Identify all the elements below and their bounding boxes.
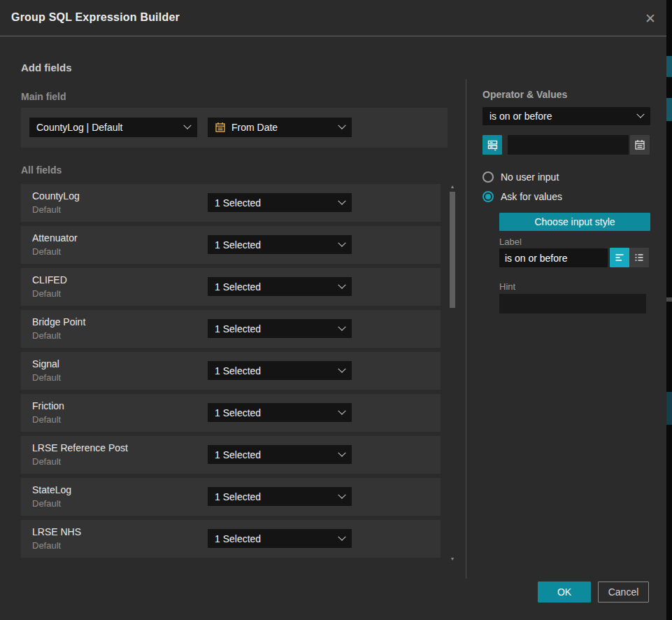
scroll-up-icon[interactable]: ▲ xyxy=(448,184,457,190)
field-row: StateLog Default 1 Selected xyxy=(21,478,441,516)
field-row: Attenuator Default 1 Selected xyxy=(21,226,441,264)
ok-button[interactable]: OK xyxy=(538,582,591,603)
field-row: Friction Default 1 Selected xyxy=(21,394,441,432)
choose-input-style-button[interactable]: Choose input style xyxy=(499,213,650,231)
hint-input[interactable] xyxy=(499,294,646,313)
field-selection-dropdown[interactable]: 1 Selected xyxy=(208,277,352,296)
label-input[interactable] xyxy=(499,248,608,267)
main-field-dataset-value: CountyLog | Default xyxy=(36,122,185,133)
chevron-down-icon xyxy=(338,449,345,456)
field-selection-dropdown[interactable]: 1 Selected xyxy=(208,445,352,464)
chevron-down-icon xyxy=(338,407,345,414)
dialog-title: Group SQL Expression Builder xyxy=(11,11,180,24)
chevron-down-icon xyxy=(338,491,345,498)
edge-segment xyxy=(666,98,672,121)
field-name: StateLog xyxy=(32,484,71,495)
field-selection-value: 1 Selected xyxy=(215,281,339,293)
calendar-icon xyxy=(215,122,226,133)
field-selection-dropdown[interactable]: 1 Selected xyxy=(208,193,352,212)
field-selection-dropdown[interactable]: 1 Selected xyxy=(208,361,352,380)
cancel-button[interactable]: Cancel xyxy=(598,582,649,603)
field-name: LRSE Reference Post xyxy=(32,442,128,453)
field-selection-value: 1 Selected xyxy=(215,449,339,460)
edge-segment xyxy=(666,297,672,302)
list-labels-toggle-button[interactable] xyxy=(629,248,649,267)
field-name: CLIFED xyxy=(32,274,67,286)
field-selection-value: 1 Selected xyxy=(215,239,339,251)
chevron-down-icon xyxy=(338,281,345,288)
field-type: Default xyxy=(32,540,61,551)
field-row: LRSE Reference Post Default 1 Selected xyxy=(21,436,441,474)
operator-dropdown[interactable]: is on or before xyxy=(482,107,650,125)
main-field-label: Main field xyxy=(21,91,66,102)
field-name: Bridge Point xyxy=(32,316,85,327)
field-name: Attenuator xyxy=(32,232,78,244)
align-left-icon xyxy=(614,252,625,263)
field-selection-dropdown[interactable]: 1 Selected xyxy=(208,319,352,338)
add-fields-heading: Add fields xyxy=(21,62,72,73)
field-type: Default xyxy=(32,204,61,215)
chevron-down-icon xyxy=(338,197,345,204)
main-field-field-value: From Date xyxy=(231,122,339,133)
single-label-toggle-button[interactable] xyxy=(610,248,629,267)
value-input[interactable] xyxy=(508,135,629,155)
field-type: Default xyxy=(32,288,61,299)
edge-segment xyxy=(666,392,672,425)
field-selection-value: 1 Selected xyxy=(215,491,339,502)
fields-scrollbar[interactable]: ▲ ▼ xyxy=(448,184,457,562)
label-label: Label xyxy=(499,237,522,247)
edge-segment xyxy=(666,56,672,77)
field-type: Default xyxy=(32,372,61,383)
field-row: Bridge Point Default 1 Selected xyxy=(21,310,441,348)
radio-no-user-input-label: No user input xyxy=(501,171,559,183)
stacked-values-icon xyxy=(487,139,499,151)
field-name: Friction xyxy=(32,400,64,411)
field-row: LRSE NHS Default 1 Selected xyxy=(21,520,441,558)
scrollbar-thumb[interactable] xyxy=(450,192,455,308)
hint-label: Hint xyxy=(499,281,515,292)
field-selection-value: 1 Selected xyxy=(215,407,339,418)
field-selection-dropdown[interactable]: 1 Selected xyxy=(208,487,352,506)
chevron-down-icon xyxy=(636,111,644,118)
screen: Group SQL Expression Builder ✕ Add field… xyxy=(0,0,672,620)
main-field-field-dropdown[interactable]: From Date xyxy=(208,118,352,137)
field-name: LRSE NHS xyxy=(32,526,81,537)
field-type: Default xyxy=(32,330,61,341)
close-icon[interactable]: ✕ xyxy=(640,8,661,29)
chevron-down-icon xyxy=(338,533,345,540)
operator-values-heading: Operator & Values xyxy=(482,89,567,100)
panel-divider xyxy=(466,79,466,579)
main-field-dataset-dropdown[interactable]: CountyLog | Default xyxy=(29,118,197,137)
field-selection-value: 1 Selected xyxy=(215,365,339,376)
radio-no-user-input[interactable]: No user input xyxy=(482,171,559,183)
background-app-edge xyxy=(666,0,672,620)
date-picker-button[interactable] xyxy=(630,135,650,155)
radio-ask-for-values[interactable]: Ask for values xyxy=(482,191,562,202)
unique-values-button[interactable] xyxy=(482,135,502,155)
field-row: CLIFED Default 1 Selected xyxy=(21,268,441,306)
radio-selected-icon xyxy=(482,191,494,202)
field-selection-dropdown[interactable]: 1 Selected xyxy=(208,529,352,548)
field-selection-dropdown[interactable]: 1 Selected xyxy=(208,235,352,254)
field-name: CountyLog xyxy=(32,190,80,202)
field-name: Signal xyxy=(32,358,59,369)
main-field-panel: CountyLog | Default From Date xyxy=(21,108,448,148)
radio-icon xyxy=(482,171,494,183)
field-type: Default xyxy=(32,414,61,425)
field-type: Default xyxy=(32,456,61,467)
chevron-down-icon xyxy=(338,122,345,129)
field-selection-value: 1 Selected xyxy=(215,323,339,334)
bulleted-list-icon xyxy=(634,252,645,263)
field-type: Default xyxy=(32,498,61,509)
radio-ask-for-values-label: Ask for values xyxy=(501,191,562,202)
field-selection-dropdown[interactable]: 1 Selected xyxy=(208,403,352,422)
group-sql-expression-builder-dialog: Group SQL Expression Builder ✕ Add field… xyxy=(0,0,666,620)
field-type: Default xyxy=(32,246,61,257)
field-selection-value: 1 Selected xyxy=(215,197,339,209)
field-selection-value: 1 Selected xyxy=(215,533,339,544)
scroll-down-icon[interactable]: ▼ xyxy=(448,556,457,562)
chevron-down-icon xyxy=(183,122,191,129)
dialog-titlebar: Group SQL Expression Builder ✕ xyxy=(0,0,666,36)
operator-value: is on or before xyxy=(489,111,638,122)
chevron-down-icon xyxy=(338,323,345,330)
